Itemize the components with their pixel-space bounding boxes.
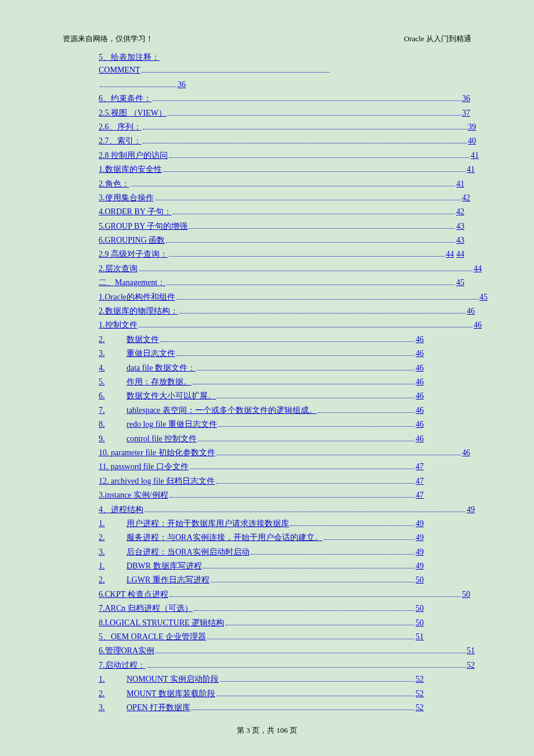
toc-entry[interactable]: 6.CKPT 检查点进程50 (99, 588, 470, 601)
toc-entry[interactable]: 7.启动过程：52 (99, 659, 475, 672)
toc-entry[interactable]: 1.控制文件46 (99, 319, 482, 332)
toc-entry[interactable]: 1.用户进程：开始于数据库用户请求连接数据库49 (99, 517, 424, 530)
toc-entry[interactable]: 3.使用集合操作42 (99, 192, 470, 204)
toc-entry[interactable]: 4.ORDER BY 子句：42 (99, 206, 464, 218)
toc-entry[interactable]: 5.作用：存放数据。46 (99, 376, 424, 388)
toc-entry[interactable]: 6、约束条件：36 (99, 92, 470, 105)
toc-entry[interactable]: 5、给表加注释：COMMENT36 (99, 51, 482, 91)
toc-entry[interactable]: 1.数据库的安全性41 (99, 163, 475, 176)
toc-entry[interactable]: 6.管理ORA实例51 (99, 645, 475, 657)
toc-entry[interactable]: 8.redo log file 重做日志文件46 (99, 418, 424, 431)
toc-entry[interactable]: 9.control file 控制文件46 (99, 433, 424, 445)
toc-entry[interactable]: 3.后台进程：当ORA实例启动时启动49 (99, 546, 424, 559)
toc-entry[interactable]: 4、进程结构49 (99, 503, 475, 516)
toc-entry[interactable]: 5.GROUP BY 子句的增强43 (99, 220, 464, 233)
toc-entry[interactable]: 2.LGWR 重作日志写进程50 (99, 574, 424, 586)
header-left: 资源来自网络，仅供学习！ (63, 34, 153, 44)
page-footer: 第 3 页，共 106 页 (0, 725, 534, 736)
toc-entry[interactable]: 4.data file 数据文件：46 (99, 362, 424, 375)
toc-entry[interactable]: 2.层次查询44 (99, 262, 482, 275)
toc-entry[interactable]: 6.数据文件大小可以扩展。46 (99, 390, 424, 402)
toc-entry[interactable]: 7.ARCn 归档进程（可选）50 (99, 602, 424, 615)
toc-entry[interactable]: 10. parameter file 初始化参数文件46 (99, 447, 470, 459)
toc-entry[interactable]: 2.服务进程：与ORA实例连接，开始于用户会话的建立。49 (99, 531, 424, 544)
toc-entry[interactable]: 2.数据文件46 (99, 333, 424, 346)
toc-entry[interactable]: 3.OPEN 打开数据库52 (99, 701, 424, 714)
toc-entry[interactable]: 11. password file 口令文件47 (99, 460, 424, 473)
toc-entry[interactable]: 3.重做日志文件46 (99, 347, 424, 360)
toc-entry[interactable]: 2.数据库的物理结构：46 (99, 305, 475, 318)
toc-entry[interactable]: 2.8 控制用户的访问41 (99, 149, 479, 162)
toc-entry[interactable]: 12. archived log file 归档日志文件47 (99, 475, 424, 488)
toc-entry[interactable]: 3.instance 实例/例程47 (99, 489, 424, 502)
toc-entry[interactable]: 6.GROUPING 函数43 (99, 234, 464, 247)
toc-entry[interactable]: 1.DBWR 数据库写进程49 (99, 560, 424, 573)
toc-entry[interactable]: 2.7、索引：40 (99, 135, 476, 147)
toc-entry[interactable]: 2.MOUNT 数据库装载阶段52 (99, 687, 424, 700)
toc-entry[interactable]: 2.6、序列：39 (99, 121, 476, 134)
toc-entry[interactable]: 8.LOGICAL STRUCTURE 逻辑结构50 (99, 617, 424, 629)
toc-entry[interactable]: 7.tablespace 表空间：一个或多个数据文件的逻辑组成。46 (99, 404, 424, 417)
toc-entry[interactable]: 2.9 高级对子查询：4444 (99, 248, 464, 261)
toc-entry[interactable]: 2.角色：41 (99, 178, 464, 190)
toc-entry[interactable]: 二、Management：45 (99, 276, 464, 289)
toc-entry[interactable]: 1.Oracle的构件和组件45 (99, 291, 488, 304)
toc-entry[interactable]: 5、OEM ORACLE 企业管理器51 (99, 631, 424, 643)
toc-entry[interactable]: 1.NOMOUNT 实例启动阶段52 (99, 673, 424, 686)
toc-content: 5、给表加注释：COMMENT366、约束条件：362.5.视图 （VIEW）3… (99, 51, 482, 715)
toc-entry[interactable]: 2.5.视图 （VIEW）37 (99, 107, 470, 120)
header-right: Oracle 从入门到精通 (404, 34, 471, 44)
